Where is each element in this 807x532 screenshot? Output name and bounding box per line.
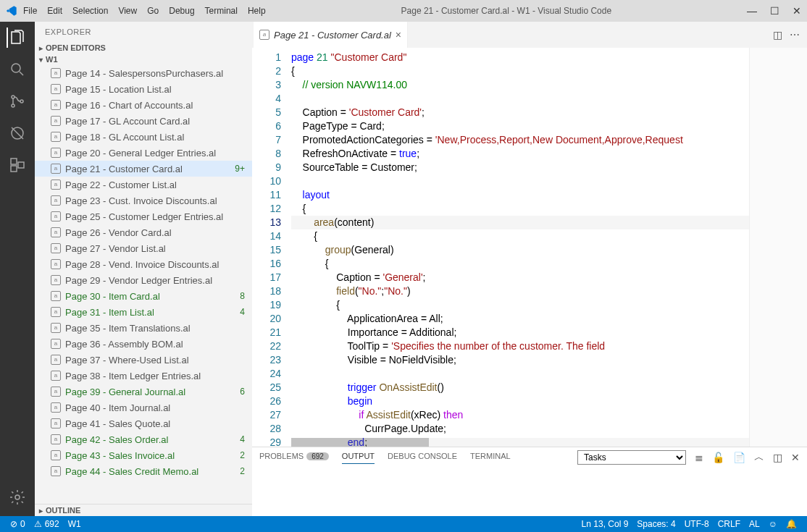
menu-edit[interactable]: Edit: [47, 6, 62, 16]
open-file-icon[interactable]: 📄: [733, 452, 745, 463]
open-editors-header[interactable]: OPEN EDITORS: [35, 42, 252, 54]
file-tree-item[interactable]: aPage 22 - Customer List.al: [35, 177, 252, 193]
file-tree-item[interactable]: aPage 27 - Vendor List.al: [35, 240, 252, 256]
chevron-up-icon[interactable]: ︿: [754, 451, 764, 464]
sidebar-title: EXPLORER: [35, 22, 252, 42]
workspace-header[interactable]: W1: [35, 54, 252, 65]
file-name-label: Page 18 - GL Account List.al: [65, 132, 245, 143]
horizontal-scrollbar[interactable]: [291, 438, 749, 447]
activity-scm-icon[interactable]: [7, 91, 28, 111]
file-icon: a: [51, 466, 61, 476]
file-tree-item[interactable]: aPage 16 - Chart of Accounts.al: [35, 97, 252, 113]
menu-view[interactable]: View: [118, 6, 137, 16]
menu-selection[interactable]: Selection: [72, 6, 108, 16]
activity-settings-icon[interactable]: [7, 487, 28, 507]
file-tree-item[interactable]: aPage 30 - Item Card.al8: [35, 288, 252, 304]
file-name-label: Page 15 - Location List.al: [65, 84, 245, 95]
scrollbar-thumb[interactable]: [291, 438, 429, 447]
file-name-label: Page 41 - Sales Quote.al: [65, 418, 245, 429]
menu-help[interactable]: Help: [248, 6, 266, 16]
file-tree-item[interactable]: aPage 36 - Assembly BOM.al: [35, 336, 252, 352]
activity-debug-icon[interactable]: [7, 123, 28, 143]
file-tree-item[interactable]: aPage 38 - Item Ledger Entries.al: [35, 368, 252, 384]
file-tree-item[interactable]: aPage 21 - Customer Card.al9+: [35, 161, 252, 177]
panel-tab-output[interactable]: OUTPUT: [342, 452, 375, 464]
status-errors[interactable]: ⊘ 0: [6, 519, 30, 529]
file-badge: 6: [240, 387, 245, 397]
status-notifications-icon[interactable]: 🔔: [782, 519, 801, 529]
svg-point-2: [12, 104, 14, 107]
file-tree-item[interactable]: aPage 39 - General Journal.al6: [35, 384, 252, 400]
file-icon: a: [51, 116, 61, 126]
file-badge: 2: [240, 466, 245, 476]
file-tree-item[interactable]: aPage 44 - Sales Credit Memo.al2: [35, 463, 252, 479]
file-name-label: Page 38 - Item Ledger Entries.al: [65, 371, 245, 381]
menu-terminal[interactable]: Terminal: [205, 6, 238, 16]
file-tree-item[interactable]: aPage 42 - Sales Order.al4: [35, 431, 252, 447]
status-encoding[interactable]: UTF-8: [680, 519, 714, 529]
close-panel-icon[interactable]: ✕: [791, 452, 800, 463]
activity-search-icon[interactable]: [7, 59, 28, 80]
menu-debug[interactable]: Debug: [169, 6, 194, 16]
file-tree-item[interactable]: aPage 17 - GL Account Card.al: [35, 113, 252, 129]
file-tree-item[interactable]: aPage 25 - Customer Ledger Entries.al: [35, 208, 252, 224]
clear-output-icon[interactable]: ≣: [695, 452, 703, 463]
file-tree-item[interactable]: aPage 37 - Where-Used List.al: [35, 352, 252, 368]
lock-scroll-icon[interactable]: 🔓: [712, 452, 724, 463]
status-warnings[interactable]: ⚠ 692: [30, 519, 64, 529]
menu-go[interactable]: Go: [147, 6, 159, 16]
split-editor-icon[interactable]: ◫: [773, 29, 782, 41]
file-tree-item[interactable]: aPage 28 - Vend. Invoice Discounts.al: [35, 256, 252, 272]
file-tree-item[interactable]: aPage 18 - GL Account List.al: [35, 129, 252, 145]
minimap[interactable]: [749, 48, 807, 447]
file-tree-item[interactable]: aPage 20 - General Ledger Entries.al: [35, 145, 252, 161]
status-feedback-icon[interactable]: ☺: [764, 519, 782, 529]
file-tree-item[interactable]: aPage 14 - SalespersonsPurchasers.al: [35, 65, 252, 81]
close-button[interactable]: ✕: [793, 5, 801, 17]
file-icon: a: [51, 323, 61, 333]
file-icon: a: [51, 387, 61, 397]
file-tree-item[interactable]: aPage 23 - Cust. Invoice Discounts.al: [35, 193, 252, 208]
status-indent[interactable]: Spaces: 4: [632, 519, 680, 529]
status-language[interactable]: AL: [745, 519, 764, 529]
code-content[interactable]: page 21 "Customer Card"{ // version NAVW…: [291, 48, 749, 447]
more-icon[interactable]: ⋯: [790, 29, 800, 41]
file-badge: 4: [240, 434, 245, 444]
panel-tab-terminal[interactable]: TERMINAL: [470, 452, 511, 463]
code-editor[interactable]: 1234567891011121314151617181920212223242…: [252, 48, 807, 447]
activity-bar: [0, 22, 35, 516]
editor-tabs: a Page 21 - Customer Card.al × ◫ ⋯: [252, 22, 807, 48]
file-tree-item[interactable]: aPage 31 - Item List.al4: [35, 304, 252, 320]
file-badge: 8: [240, 291, 245, 301]
tab-close-icon[interactable]: ×: [396, 29, 401, 41]
minimize-button[interactable]: —: [747, 5, 757, 17]
file-tree-item[interactable]: aPage 41 - Sales Quote.al: [35, 415, 252, 431]
explorer-sidebar: EXPLORER OPEN EDITORS W1 aPage 14 - Sale…: [35, 22, 252, 516]
status-bar: ⊘ 0 ⚠ 692 W1 Ln 13, Col 9 Spaces: 4 UTF-…: [0, 516, 807, 532]
panel-tab-problems[interactable]: PROBLEMS692: [259, 452, 329, 463]
status-eol[interactable]: CRLF: [714, 519, 745, 529]
maximize-panel-icon[interactable]: ◫: [773, 452, 782, 463]
outline-header[interactable]: OUTLINE: [35, 504, 252, 516]
maximize-button[interactable]: ☐: [770, 5, 779, 17]
panel-tab-debug-console[interactable]: DEBUG CONSOLE: [388, 452, 457, 463]
bottom-panel: PROBLEMS692 OUTPUT DEBUG CONSOLE TERMINA…: [252, 447, 807, 516]
file-icon: a: [259, 30, 269, 40]
file-tree-item[interactable]: aPage 43 - Sales Invoice.al2: [35, 447, 252, 463]
file-tree-item[interactable]: aPage 26 - Vendor Card.al: [35, 224, 252, 240]
file-tree-item[interactable]: aPage 15 - Location List.al: [35, 81, 252, 97]
activity-explorer-icon[interactable]: [7, 28, 27, 48]
activity-extensions-icon[interactable]: [7, 155, 28, 175]
svg-rect-5: [11, 159, 17, 164]
status-cursor-position[interactable]: Ln 13, Col 9: [577, 519, 633, 529]
file-tree-item[interactable]: aPage 35 - Item Translations.al: [35, 320, 252, 336]
file-icon: a: [51, 275, 61, 285]
status-branch[interactable]: W1: [64, 519, 85, 529]
file-tree-item[interactable]: aPage 29 - Vendor Ledger Entries.al: [35, 272, 252, 288]
menu-file[interactable]: File: [23, 6, 37, 16]
tab-customer-card[interactable]: a Page 21 - Customer Card.al ×: [254, 22, 408, 48]
problems-count-badge: 692: [306, 452, 329, 460]
output-channel-select[interactable]: Tasks: [577, 450, 686, 465]
file-tree-item[interactable]: aPage 40 - Item Journal.al: [35, 400, 252, 415]
file-icon: a: [51, 434, 61, 444]
